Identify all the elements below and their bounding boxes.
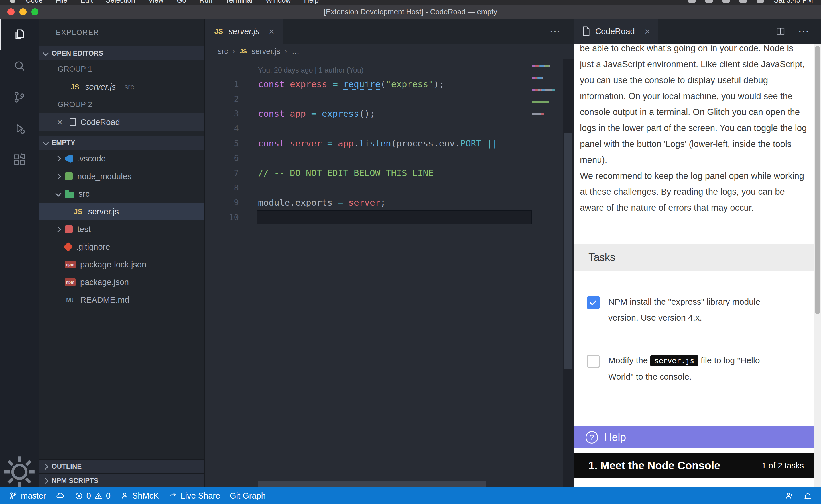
editor-horizontal-scrollbar[interactable] (258, 481, 486, 487)
close-window-button[interactable] (7, 8, 15, 15)
check-icon (589, 298, 598, 307)
menubar-status-icon[interactable] (757, 0, 764, 3)
code-lines: 1const express = require("express");23co… (205, 77, 573, 225)
editor-vertical-scrollbar[interactable] (563, 59, 573, 487)
breadcrumb-symbol[interactable]: … (292, 47, 300, 56)
close-editor-icon[interactable]: × (55, 117, 65, 128)
menubar-clock[interactable]: Sat 3:45 PM (774, 0, 813, 4)
problems-indicator[interactable]: 0 0 (70, 487, 115, 504)
help-label: Help (604, 431, 626, 443)
code-token: . (354, 138, 359, 148)
lesson-paragraph: We recommend to keep the log panel open … (580, 168, 808, 216)
code-line-6[interactable]: 6 (205, 151, 573, 165)
code-line-8[interactable]: 8 (205, 180, 573, 195)
menubar-status-icon[interactable] (722, 0, 730, 3)
breadcrumb-src[interactable]: src (218, 47, 228, 56)
panel-scrollbar[interactable] (814, 44, 821, 487)
breadcrumb-server-js[interactable]: server.js (252, 47, 280, 56)
code-token: ( (380, 79, 386, 89)
code-line-7[interactable]: 7// -- DO NOT EDIT BELOW THIS LINE (205, 165, 573, 180)
tree-item-label: node_modules (77, 172, 131, 181)
warning-icon (94, 491, 103, 500)
extensions-activity-button[interactable] (0, 144, 39, 175)
code-line-10[interactable]: 10 (205, 210, 573, 225)
source-control-activity-button[interactable] (0, 81, 39, 113)
tree-item-node-modules[interactable]: node_modules (39, 167, 204, 185)
minimap[interactable] (532, 63, 557, 123)
close-tab-icon[interactable]: × (269, 26, 275, 37)
open-editor-item-coderoad[interactable]: ×CodeRoad (39, 113, 204, 131)
explorer-activity-button[interactable] (0, 19, 39, 50)
tree-item-vscode[interactable]: .vscode (39, 150, 204, 167)
menu-item-go[interactable]: Go (177, 0, 186, 4)
project-section-header[interactable]: EMPTY (39, 136, 204, 150)
search-icon (13, 59, 26, 73)
account-status[interactable]: ShMcK (115, 487, 163, 504)
menubar-status-icon[interactable] (688, 0, 696, 3)
task-checkbox[interactable] (587, 355, 600, 368)
search-activity-button[interactable] (0, 50, 39, 81)
tree-item-package-lock-json[interactable]: npmpackage-lock.json (39, 256, 204, 273)
code-line-1[interactable]: 1const express = require("express"); (205, 77, 573, 91)
git-graph-button[interactable]: Git Graph (225, 487, 271, 504)
editor-entry-label: server.js (85, 82, 116, 92)
menu-item-view[interactable]: View (148, 0, 163, 4)
minimize-window-button[interactable] (19, 8, 26, 15)
tree-item-src[interactable]: src (39, 185, 204, 203)
minimap-line (532, 117, 557, 123)
panel-tab-bar: CodeRoad × ⋯ (574, 19, 821, 44)
task-checkbox[interactable] (587, 296, 600, 309)
settings-gear-button[interactable] (0, 456, 39, 487)
section-header-npm-scripts[interactable]: NPM SCRIPTS (39, 473, 204, 487)
menu-item-edit[interactable]: Edit (80, 0, 93, 4)
tree-item-readme-md[interactable]: M↓README.md (39, 291, 204, 309)
minimap-segment (545, 65, 549, 67)
menu-item-window[interactable]: Window (266, 0, 291, 4)
lesson-footer[interactable]: 1. Meet the Node Console 1 of 2 tasks (574, 453, 814, 478)
scrollbar-thumb[interactable] (815, 46, 820, 314)
code-line-4[interactable]: 4 (205, 121, 573, 136)
tree-item-test[interactable]: test (39, 220, 204, 238)
split-editor-icon[interactable] (776, 27, 785, 36)
tree-item-gitignore[interactable]: .gitignore (39, 238, 204, 256)
tab-coderoad[interactable]: CodeRoad × (574, 19, 658, 44)
menubar-status-icon[interactable] (705, 0, 713, 3)
open-editor-item-server-js[interactable]: JSserver.jssrc (39, 78, 204, 96)
tab-server-js[interactable]: JS server.js × (205, 19, 283, 44)
menubar-status-icon[interactable] (740, 0, 747, 3)
live-share-button[interactable]: Live Share (163, 487, 225, 504)
codelens-annotation[interactable]: You, 20 days ago | 1 author (You) (205, 66, 573, 74)
tree-item-label: .vscode (77, 154, 106, 163)
code-line-2[interactable]: 2 (205, 91, 573, 106)
menu-item-file[interactable]: File (56, 0, 67, 4)
notifications-bell[interactable] (798, 487, 817, 504)
more-actions-icon[interactable]: ⋯ (798, 25, 810, 38)
sync-button[interactable] (51, 487, 70, 504)
branch-indicator[interactable]: master (4, 487, 51, 504)
more-actions-icon[interactable]: ⋯ (550, 25, 561, 38)
chevron-right-icon (55, 226, 61, 232)
menu-item-selection[interactable]: Selection (106, 0, 135, 4)
apple-menu-icon[interactable] (10, 0, 15, 3)
menu-item-code[interactable]: Code (26, 0, 43, 4)
tree-item-server-js[interactable]: JSserver.js (39, 203, 204, 220)
open-editors-header[interactable]: OPEN EDITORS (39, 46, 204, 60)
section-header-outline[interactable]: OUTLINE (39, 459, 204, 473)
menu-item-help[interactable]: Help (304, 0, 318, 4)
run-debug-activity-button[interactable] (0, 113, 39, 144)
help-button[interactable]: ? Help (574, 426, 814, 448)
menu-item-run[interactable]: Run (199, 0, 213, 4)
menu-item-terminal[interactable]: Terminal (226, 0, 252, 4)
test-icon (65, 225, 73, 233)
zoom-window-button[interactable] (31, 8, 38, 15)
invite-button[interactable] (780, 487, 798, 504)
code-line-3[interactable]: 3const app = express(); (205, 106, 573, 121)
cloud-icon (56, 491, 65, 500)
tree-item-package-json[interactable]: npmpackage.json (39, 273, 204, 291)
code-token: = (338, 197, 343, 208)
scrollbar-thumb[interactable] (564, 133, 572, 369)
code-line-9[interactable]: 9module.exports = server; (205, 195, 573, 210)
code-line-5[interactable]: 5const server = app.listen(process.env.P… (205, 136, 573, 151)
close-tab-icon[interactable]: × (645, 26, 650, 37)
code-editor[interactable]: You, 20 days ago | 1 author (You) 1const… (205, 59, 573, 487)
